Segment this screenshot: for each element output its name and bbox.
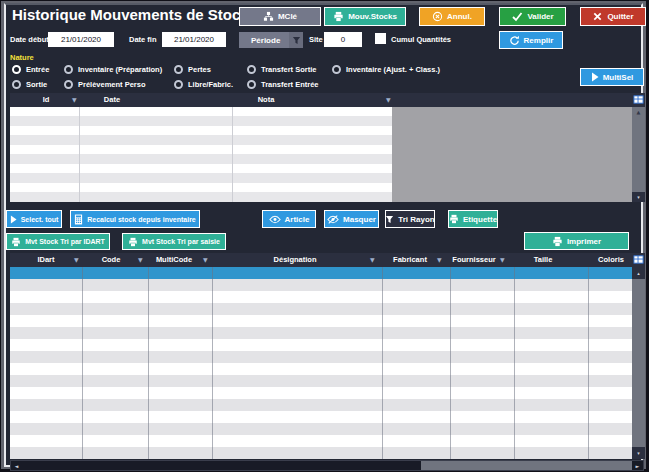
col-code[interactable]: Code (102, 256, 121, 264)
scroll-left-icon[interactable]: ◄ (11, 461, 22, 470)
radio-transfert-sortie[interactable]: Transfert Sortie (247, 64, 316, 74)
radio-circle (174, 65, 183, 74)
radio-pertes[interactable]: Pertes (174, 64, 211, 74)
date-debut-input[interactable] (48, 32, 114, 47)
sort-filter-icon[interactable]: ▼ (500, 257, 505, 263)
date-debut-label: Date début (10, 35, 49, 44)
scroll-up-icon[interactable]: ▲ (632, 109, 645, 115)
site-input[interactable] (324, 32, 362, 47)
table-empty-area (392, 107, 632, 202)
mvt-stock-saisie-button[interactable]: Mvt Stock Tri par saisie (122, 233, 226, 250)
sort-filter-icon[interactable]: ▼ (370, 257, 375, 263)
col-coloris[interactable]: Coloris (598, 256, 624, 264)
sort-filter-icon[interactable]: ▼ (203, 257, 208, 263)
articles-vertical-scrollbar[interactable]: ▴ ▾ (632, 267, 645, 459)
scroll-up-icon[interactable]: ▴ (632, 267, 645, 279)
col-id[interactable]: Id (43, 96, 50, 104)
annul-button[interactable]: Annul. (419, 7, 485, 26)
column-divider (450, 267, 451, 459)
selected-row[interactable] (10, 267, 632, 279)
sort-filter-icon[interactable]: ▼ (138, 257, 143, 263)
radio-entree[interactable]: Entrée (12, 64, 49, 74)
sort-filter-icon[interactable]: ▼ (386, 97, 391, 103)
cumul-quantites-checkbox[interactable] (375, 33, 386, 44)
article-button[interactable]: Article (262, 210, 316, 228)
radio-circle (64, 65, 73, 74)
articles-table-header: IDart ▼ Code ▼ MultiCode ▼ Désignation ▼… (10, 253, 645, 267)
multisel-button[interactable]: MultiSel (580, 68, 644, 86)
radio-circle (12, 65, 21, 74)
scroll-down-icon[interactable]: ▾ (632, 447, 645, 459)
column-divider (148, 267, 149, 459)
refresh-icon (509, 35, 520, 46)
articles-table: IDart ▼ Code ▼ MultiCode ▼ Désignation ▼… (10, 253, 645, 459)
scroll-down-icon[interactable]: ▾ (632, 192, 645, 202)
date-fin-input[interactable] (162, 32, 226, 47)
close-icon (592, 11, 603, 22)
tri-rayon-button[interactable]: Tri Rayon (385, 210, 435, 228)
radio-inventaire-ajust[interactable]: Inventaire (Ajust. + Class.) (332, 64, 440, 74)
movements-vertical-scrollbar[interactable]: ▲ ▾ (632, 107, 645, 202)
col-fournisseur[interactable]: Fournisseur (452, 256, 495, 264)
copy-table-icon[interactable] (633, 94, 644, 105)
imprimer-button[interactable]: Imprimer (524, 232, 629, 250)
remplir-button[interactable]: Remplir (499, 31, 563, 49)
mvt-stock-idart-button[interactable]: Mvt Stock Tri par IDART (6, 233, 110, 250)
radio-circle (12, 80, 21, 89)
horizontal-scrollbar[interactable]: ◄ ► (10, 460, 644, 471)
play-icon (591, 72, 599, 82)
mcle-button[interactable]: MClé (239, 7, 321, 26)
copy-table-icon[interactable] (633, 254, 644, 265)
col-designation[interactable]: Désignation (274, 256, 317, 264)
sort-filter-icon[interactable]: ▼ (72, 97, 77, 103)
column-divider (382, 267, 383, 459)
etiquette-button[interactable]: Etiquette (448, 210, 498, 228)
valider-button[interactable]: Valider (499, 7, 566, 26)
radio-prelevement-perso[interactable]: Prélèvement Perso (64, 79, 146, 89)
mcle-label: MClé (278, 12, 297, 21)
col-fabricant[interactable]: Fabricant (393, 256, 427, 264)
check-icon (511, 11, 523, 22)
col-nota[interactable]: Nota (258, 96, 275, 104)
sitemap-icon (263, 11, 274, 22)
etiquette-label: Etiquette (463, 215, 497, 224)
col-date[interactable]: Date (104, 96, 120, 104)
select-tout-label: Select. tout (21, 216, 59, 223)
col-idart[interactable]: IDart (37, 256, 54, 264)
mouv-stocks-label: Mouv.Stocks (348, 12, 397, 21)
radio-inventaire-preparation[interactable]: Inventaire (Préparation) (64, 64, 162, 74)
radio-libre-fabric[interactable]: Libre/Fabric. (174, 79, 233, 89)
scroll-right-icon[interactable]: ► (632, 461, 643, 470)
cumul-quantites-label: Cumul Quantités (391, 35, 451, 44)
filter-icon (289, 32, 303, 48)
date-fin-label: Date fin (129, 35, 157, 44)
radio-circle (332, 65, 341, 74)
radio-transfert-entree[interactable]: Transfert Entrée (247, 79, 319, 89)
printer-icon (128, 237, 138, 247)
filter-icon (385, 215, 394, 224)
column-divider (588, 267, 589, 459)
scroll-thumb[interactable] (421, 461, 632, 470)
printer-icon (449, 214, 459, 224)
annul-label: Annul. (447, 12, 472, 21)
recalcul-stock-label: Recalcul stock depuis inventaire (87, 216, 196, 223)
printer-icon (552, 236, 563, 247)
mouv-stocks-button[interactable]: Mouv.Stocks (324, 7, 406, 26)
radio-circle (64, 80, 73, 89)
radio-sortie[interactable]: Sortie (12, 79, 47, 89)
printer-icon (11, 237, 21, 247)
articles-table-body[interactable] (10, 279, 632, 459)
select-tout-button[interactable]: Select. tout (6, 210, 62, 228)
radio-circle (247, 80, 256, 89)
sort-filter-icon[interactable]: ▼ (437, 257, 442, 263)
recalcul-stock-button[interactable]: Recalcul stock depuis inventaire (70, 210, 200, 228)
col-multicode[interactable]: MultiCode (156, 256, 192, 264)
quitter-button[interactable]: Quitter (580, 7, 646, 26)
movements-table-body[interactable] (10, 107, 392, 202)
col-taille[interactable]: Taille (534, 256, 553, 264)
column-divider (232, 107, 233, 202)
sort-filter-icon[interactable]: ▼ (74, 257, 79, 263)
periode-dropdown[interactable]: Période (239, 32, 303, 48)
masquer-button[interactable]: Masquer (324, 210, 379, 228)
masquer-label: Masquer (343, 215, 376, 224)
